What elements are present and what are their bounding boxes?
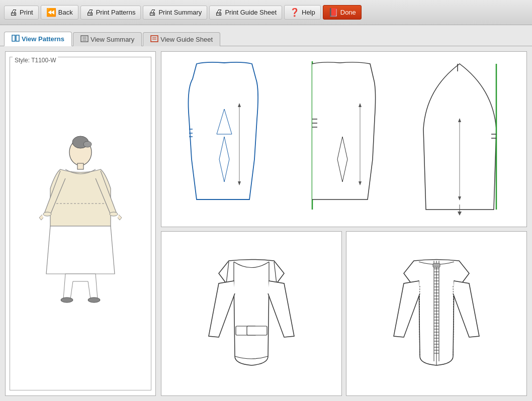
style-label: Style: T1100-W bbox=[13, 57, 58, 64]
print-icon: 🖨 bbox=[10, 8, 18, 17]
svg-rect-6 bbox=[151, 36, 158, 42]
pattern-top-row bbox=[161, 51, 527, 227]
svg-point-17 bbox=[88, 297, 100, 303]
print-button[interactable]: 🖨 Print bbox=[4, 6, 39, 20]
back-icon: ⏪ bbox=[46, 8, 56, 17]
svg-point-14 bbox=[43, 212, 51, 216]
svg-rect-79 bbox=[433, 263, 440, 267]
view-patterns-icon bbox=[12, 35, 20, 43]
svg-point-15 bbox=[110, 212, 118, 216]
help-icon: ❓ bbox=[290, 8, 300, 17]
svg-rect-0 bbox=[12, 35, 15, 41]
back-button[interactable]: ⏪ Back bbox=[41, 5, 78, 20]
tab-view-guide-sheet[interactable]: View Guide Sheet bbox=[143, 32, 220, 46]
toolbar: 🖨 Print ⏪ Back 🖨 Print Patterns 🖨 Print … bbox=[0, 0, 532, 25]
print-patterns-icon: 🖨 bbox=[86, 8, 94, 17]
main-content: Style: T1100-W bbox=[0, 46, 532, 401]
svg-point-16 bbox=[61, 297, 73, 303]
svg-rect-45 bbox=[247, 326, 267, 335]
svg-rect-12 bbox=[77, 163, 83, 169]
print-patterns-button[interactable]: 🖨 Print Patterns bbox=[80, 6, 141, 20]
pattern-bottom-row bbox=[161, 231, 527, 396]
view-guide-sheet-icon bbox=[150, 35, 158, 44]
pattern-pieces-panel bbox=[161, 51, 527, 396]
help-button[interactable]: ❓ Help bbox=[284, 5, 321, 20]
front-flat-sketch bbox=[194, 256, 309, 371]
svg-point-11 bbox=[83, 141, 92, 147]
pattern-piece-1 bbox=[182, 59, 267, 220]
done-button[interactable]: 📕 Done bbox=[323, 5, 362, 20]
tab-view-patterns[interactable]: View Patterns bbox=[4, 32, 72, 46]
print-summary-button[interactable]: 🖨 Print Summary bbox=[143, 6, 207, 20]
style-thumbnail bbox=[10, 57, 151, 390]
print-summary-icon: 🖨 bbox=[148, 8, 156, 17]
view-summary-icon bbox=[80, 35, 88, 44]
fashion-figure-svg bbox=[25, 138, 136, 309]
pattern-back-flat bbox=[346, 231, 527, 396]
print-guide-sheet-icon: 🖨 bbox=[215, 8, 223, 17]
print-guide-sheet-button[interactable]: 🖨 Print Guide Sheet bbox=[209, 6, 282, 20]
tab-view-summary[interactable]: View Summary bbox=[73, 32, 142, 46]
back-flat-sketch bbox=[379, 256, 494, 371]
style-thumbnail-panel: Style: T1100-W bbox=[5, 51, 156, 396]
pattern-piece-2 bbox=[297, 59, 383, 220]
pattern-piece-3 bbox=[413, 59, 506, 220]
svg-rect-1 bbox=[16, 35, 19, 41]
done-icon: 📕 bbox=[328, 8, 338, 17]
tab-bar: View Patterns View Summary View Guide Sh… bbox=[0, 25, 532, 46]
pattern-front-flat bbox=[161, 231, 342, 396]
svg-marker-43 bbox=[458, 212, 462, 216]
